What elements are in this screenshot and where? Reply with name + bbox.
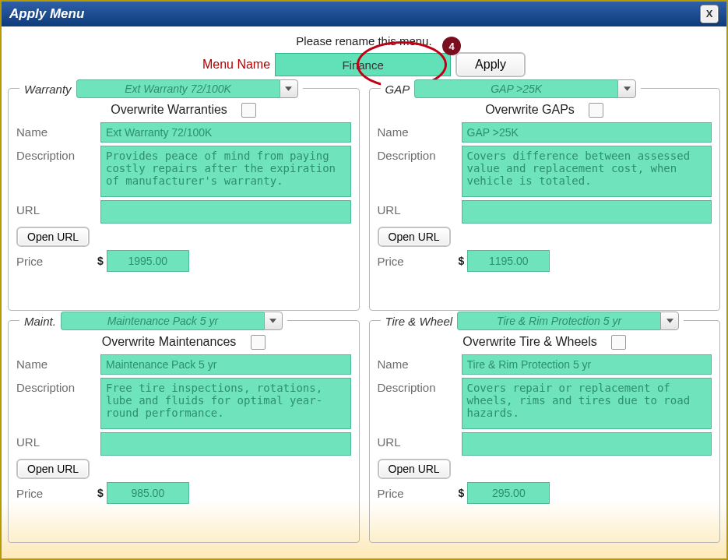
description-input[interactable]: Provides peace of mind from paying costl… bbox=[100, 146, 351, 197]
panel-legend: GAP GAP >25K bbox=[381, 79, 642, 98]
currency-symbol: $ bbox=[459, 255, 465, 267]
dropdown-toggle[interactable] bbox=[280, 79, 298, 98]
dropdown-value: Tire & Rim Protection 5 yr bbox=[457, 312, 660, 330]
panel-warranty: Warranty Ext Warranty 72/100K Overwrite … bbox=[8, 88, 360, 311]
url-label: URL bbox=[378, 432, 455, 449]
legend-text: Tire & Wheel bbox=[385, 315, 453, 328]
name-input[interactable] bbox=[100, 122, 351, 143]
overwrite-checkbox[interactable] bbox=[251, 335, 266, 350]
price-label: Price bbox=[378, 255, 455, 268]
open-url-button[interactable]: Open URL bbox=[16, 459, 90, 479]
chevron-down-icon bbox=[269, 319, 276, 323]
description-label: Description bbox=[378, 146, 455, 162]
overwrite-row: Overwrite GAPs bbox=[378, 103, 712, 118]
dropdown-value: Maintenance Pack 5 yr bbox=[61, 312, 264, 330]
price-input[interactable] bbox=[107, 250, 189, 272]
annotation-badge: 4 bbox=[442, 37, 461, 55]
content: Please rename this menu. Menu Name Apply… bbox=[2, 26, 726, 548]
url-label: URL bbox=[16, 200, 94, 217]
panel-legend: Warranty Ext Warranty 72/100K bbox=[19, 79, 303, 98]
apply-menu-window: Apply Menu X Please rename this menu. Me… bbox=[0, 0, 728, 560]
overwrite-label: Overwrite Tire & Wheels bbox=[462, 335, 596, 348]
chevron-down-icon bbox=[666, 319, 673, 323]
chevron-down-icon bbox=[285, 86, 292, 91]
chevron-down-icon bbox=[624, 86, 631, 91]
overwrite-checkbox[interactable] bbox=[241, 103, 256, 118]
price-label: Price bbox=[16, 487, 94, 500]
close-button[interactable]: X bbox=[700, 5, 719, 23]
window-title: Apply Menu bbox=[9, 2, 84, 26]
currency-symbol: $ bbox=[97, 487, 104, 499]
panel-gap: GAP GAP >25K Overwrite GAPs Name Descrip… bbox=[369, 88, 721, 311]
url-input[interactable] bbox=[100, 432, 351, 456]
open-url-button[interactable]: Open URL bbox=[378, 227, 451, 247]
dropdown-toggle[interactable] bbox=[264, 312, 283, 330]
rename-hint: Please rename this menu. bbox=[8, 34, 720, 48]
overwrite-label: Overwrite GAPs bbox=[485, 103, 575, 116]
description-label: Description bbox=[16, 378, 94, 394]
description-input[interactable]: Covers difference between assessed value… bbox=[462, 146, 712, 197]
overwrite-row: Overwrite Maintenances bbox=[16, 335, 351, 350]
maint-dropdown[interactable]: Maintenance Pack 5 yr bbox=[61, 312, 283, 330]
url-label: URL bbox=[378, 200, 455, 217]
top-section: Please rename this menu. Menu Name Apply… bbox=[8, 34, 720, 77]
panel-tirewheel: Tire & Wheel Tire & Rim Protection 5 yr … bbox=[369, 320, 721, 543]
dropdown-value: GAP >25K bbox=[414, 79, 617, 98]
legend-text: GAP bbox=[385, 83, 410, 96]
overwrite-label: Overwrite Maintenances bbox=[102, 335, 237, 348]
name-label: Name bbox=[378, 354, 455, 371]
url-input[interactable] bbox=[100, 200, 351, 224]
open-url-button[interactable]: Open URL bbox=[16, 227, 90, 247]
description-label: Description bbox=[378, 378, 455, 394]
tirewheel-dropdown[interactable]: Tire & Rim Protection 5 yr bbox=[457, 312, 679, 330]
name-label: Name bbox=[16, 122, 94, 139]
titlebar: Apply Menu X bbox=[2, 2, 726, 26]
name-label: Name bbox=[16, 354, 94, 371]
overwrite-row: Overwrite Warranties bbox=[16, 103, 351, 118]
overwrite-checkbox[interactable] bbox=[589, 103, 603, 118]
panel-legend: Maint. Maintenance Pack 5 yr bbox=[19, 312, 287, 330]
menu-name-input[interactable] bbox=[275, 53, 451, 76]
dropdown-value: Ext Warranty 72/100K bbox=[76, 79, 280, 98]
price-label: Price bbox=[16, 255, 94, 268]
panels-grid: Warranty Ext Warranty 72/100K Overwrite … bbox=[8, 88, 720, 543]
menu-name-label: Menu Name bbox=[202, 58, 270, 72]
price-input[interactable] bbox=[107, 482, 189, 504]
url-input[interactable] bbox=[462, 200, 712, 224]
currency-symbol: $ bbox=[97, 255, 104, 267]
price-label: Price bbox=[378, 487, 455, 500]
panel-legend: Tire & Wheel Tire & Rim Protection 5 yr bbox=[381, 312, 684, 330]
overwrite-label: Overwrite Warranties bbox=[111, 103, 227, 116]
description-input[interactable]: Free tire inspections, rotations, lube a… bbox=[100, 378, 351, 429]
description-label: Description bbox=[16, 146, 94, 162]
name-label: Name bbox=[378, 122, 455, 139]
open-url-button[interactable]: Open URL bbox=[378, 459, 451, 479]
overwrite-checkbox[interactable] bbox=[611, 335, 626, 350]
name-input[interactable] bbox=[462, 354, 712, 375]
name-input[interactable] bbox=[100, 354, 351, 375]
url-label: URL bbox=[16, 432, 94, 449]
currency-symbol: $ bbox=[459, 487, 465, 499]
dropdown-toggle[interactable] bbox=[660, 312, 679, 330]
gap-dropdown[interactable]: GAP >25K bbox=[414, 79, 636, 98]
legend-text: Maint. bbox=[24, 315, 56, 328]
url-input[interactable] bbox=[462, 432, 712, 456]
warranty-dropdown[interactable]: Ext Warranty 72/100K bbox=[76, 79, 298, 98]
price-input[interactable] bbox=[467, 482, 550, 504]
legend-text: Warranty bbox=[24, 83, 72, 96]
panel-maint: Maint. Maintenance Pack 5 yr Overwrite M… bbox=[8, 320, 360, 543]
dropdown-toggle[interactable] bbox=[617, 79, 636, 98]
menu-name-row: Menu Name Apply 4 bbox=[8, 52, 720, 77]
overwrite-row: Overwrite Tire & Wheels bbox=[378, 335, 712, 350]
price-input[interactable] bbox=[467, 250, 550, 272]
apply-button[interactable]: Apply bbox=[455, 52, 526, 77]
name-input[interactable] bbox=[462, 122, 712, 143]
description-input[interactable]: Covers repair or replacement of wheels, … bbox=[462, 378, 712, 429]
